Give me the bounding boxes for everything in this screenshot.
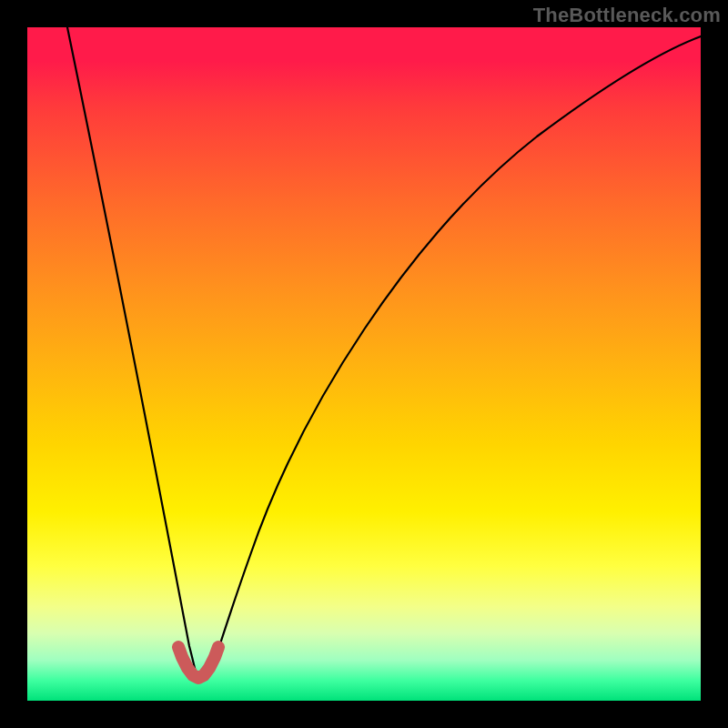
plot-area bbox=[27, 27, 701, 701]
trough-marker bbox=[178, 647, 218, 678]
watermark-text: TheBottleneck.com bbox=[533, 4, 721, 27]
chart-frame: TheBottleneck.com bbox=[0, 0, 728, 728]
bottleneck-curve bbox=[67, 27, 701, 681]
chart-svg bbox=[27, 27, 701, 701]
